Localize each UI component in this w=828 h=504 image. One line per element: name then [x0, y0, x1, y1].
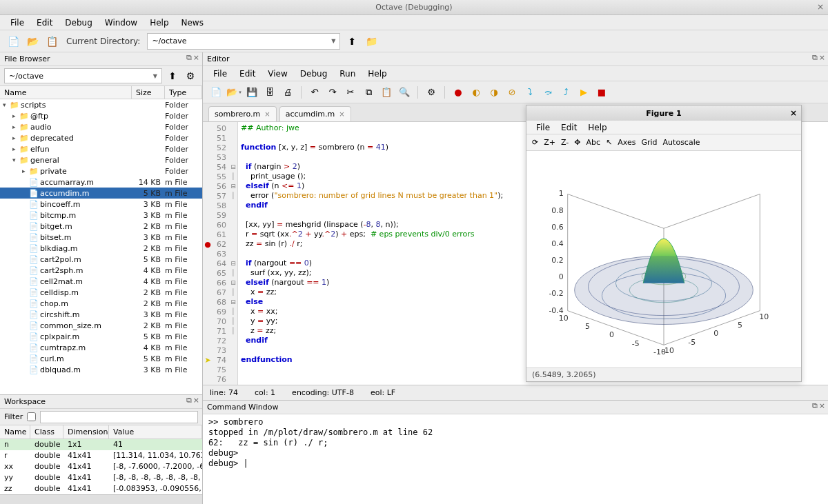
current-dir-field[interactable]: ~/octave ▼: [147, 33, 340, 50]
file-tree-row[interactable]: 📄blkdiag.m2 KBm File: [0, 243, 202, 254]
undock-icon[interactable]: ⧉: [186, 53, 192, 62]
workspace-row[interactable]: zzdouble41x41[-0.083953, -0.090556, -0: [0, 483, 202, 494]
file-tree-row[interactable]: 📄bincoeff.m3 KBm File: [0, 199, 202, 210]
command-window-body[interactable]: >> sombrero stopped in /m/plot/draw/somb…: [203, 414, 828, 504]
file-tree-row[interactable]: 📄common_size.m2 KBm File: [0, 320, 202, 331]
editor-menu-view[interactable]: View: [262, 67, 293, 81]
figure-tool-[interactable]: ↖: [606, 138, 612, 147]
figure-close-icon[interactable]: ×: [790, 108, 797, 118]
copy-icon[interactable]: ⧉: [361, 85, 376, 100]
file-tree-row[interactable]: 📄bitget.m2 KBm File: [0, 221, 202, 232]
find-icon[interactable]: 🔍: [397, 85, 412, 100]
menu-window[interactable]: Window: [99, 16, 144, 30]
tab-close-icon[interactable]: ×: [264, 110, 270, 118]
figure-tool-z[interactable]: Z-: [561, 138, 569, 147]
file-tree-row[interactable]: 📄cplxpair.m5 KBm File: [0, 331, 202, 342]
new-icon[interactable]: 📄: [208, 85, 224, 100]
file-tree-row[interactable]: 📄cart2pol.m5 KBm File: [0, 254, 202, 265]
gear-icon[interactable]: ⚙: [183, 68, 198, 83]
stop-icon[interactable]: ■: [594, 85, 609, 100]
figure-menu-edit[interactable]: Edit: [555, 121, 582, 134]
workspace-row[interactable]: xxdouble41x41[-8, -7.6000, -7.2000, -6.8: [0, 461, 202, 472]
editor-menu-debug[interactable]: Debug: [294, 67, 333, 81]
menu-edit[interactable]: Edit: [30, 16, 59, 30]
prev-bp-icon[interactable]: ◐: [469, 85, 484, 100]
menu-file[interactable]: File: [4, 16, 30, 30]
figure-tool-[interactable]: ⟳: [532, 138, 538, 147]
file-tree-row[interactable]: 📄dblquad.m3 KBm File: [0, 364, 202, 375]
editor-menu-help[interactable]: Help: [362, 67, 393, 81]
menu-help[interactable]: Help: [144, 16, 175, 30]
print-icon[interactable]: 🖨: [280, 85, 295, 100]
close-panel-icon[interactable]: ×: [193, 396, 199, 405]
file-tree[interactable]: ▾📁scriptsFolder▸📁@ftpFolder▸📁audioFolder…: [0, 99, 202, 394]
file-tree-row[interactable]: ▸📁deprecatedFolder: [0, 132, 202, 143]
figure-tool-autoscale[interactable]: Autoscale: [663, 138, 700, 147]
run-icon[interactable]: ⚙: [424, 85, 439, 100]
open-icon[interactable]: 📂: [226, 85, 241, 100]
workspace-row[interactable]: rdouble41x41[11.314, 11.034, 10.763,: [0, 450, 202, 461]
file-tree-row[interactable]: 📄bitcmp.m3 KBm File: [0, 210, 202, 221]
file-tree-row[interactable]: ▾📁scriptsFolder: [0, 99, 202, 110]
file-tree-row[interactable]: 📄cumtrapz.m4 KBm File: [0, 342, 202, 353]
horizontal-scrollbar[interactable]: [0, 494, 202, 504]
dropdown-icon[interactable]: ▼: [331, 38, 335, 44]
close-panel-icon[interactable]: ×: [193, 53, 199, 62]
step-over-icon[interactable]: ⤼: [540, 85, 555, 100]
next-bp-icon[interactable]: ◑: [486, 85, 502, 100]
workspace-row[interactable]: yydouble41x41[-8, -8, -8, -8, -8, -8, -8…: [0, 472, 202, 483]
window-close-icon[interactable]: ×: [817, 2, 824, 12]
file-tree-row[interactable]: 📄accumarray.m14 KBm File: [0, 177, 202, 188]
open-folder-icon[interactable]: 📂: [25, 34, 40, 49]
undock-icon[interactable]: ⧉: [812, 53, 818, 62]
figure-titlebar[interactable]: Figure 1 ×: [526, 105, 801, 121]
browse-dir-icon[interactable]: 📁: [364, 34, 379, 49]
close-panel-icon[interactable]: ×: [819, 53, 825, 62]
file-tree-row[interactable]: ▸📁privateFolder: [0, 165, 202, 177]
undo-icon[interactable]: ↶: [307, 85, 322, 100]
editor-tab[interactable]: sombrero.m×: [208, 106, 277, 121]
file-tree-row[interactable]: 📄circshift.m3 KBm File: [0, 309, 202, 320]
menu-news[interactable]: News: [175, 16, 210, 30]
editor-menu-file[interactable]: File: [207, 67, 233, 81]
workspace-row[interactable]: ndouble1x141: [0, 439, 202, 450]
filter-checkbox[interactable]: [27, 412, 36, 421]
clipboard-icon[interactable]: 📋: [44, 34, 59, 49]
figure-tool-abc[interactable]: Abc: [586, 138, 601, 147]
cut-icon[interactable]: ✂: [343, 85, 358, 100]
tab-close-icon[interactable]: ×: [339, 110, 344, 118]
figure-tool-z[interactable]: Z+: [544, 138, 555, 147]
chevron-down-icon[interactable]: ▼: [153, 73, 157, 79]
save-all-icon[interactable]: 🗄: [262, 85, 277, 100]
file-browser-path[interactable]: ~/octave ▼: [4, 68, 162, 83]
filter-input[interactable]: [40, 411, 198, 423]
editor-menu-edit[interactable]: Edit: [233, 67, 262, 81]
up-dir-icon[interactable]: ⬆: [344, 34, 359, 49]
save-icon[interactable]: 💾: [244, 85, 259, 100]
breakpoint-icon[interactable]: ●: [451, 85, 466, 100]
clear-bp-icon[interactable]: ⊘: [504, 85, 520, 100]
redo-icon[interactable]: ↷: [325, 85, 340, 100]
undock-icon[interactable]: ⧉: [812, 401, 818, 410]
editor-menu-run[interactable]: Run: [333, 67, 362, 81]
continue-icon[interactable]: ▶: [576, 85, 591, 100]
new-file-icon[interactable]: 📄: [6, 34, 21, 49]
file-tree-row[interactable]: 📄cart2sph.m4 KBm File: [0, 265, 202, 276]
figure-canvas[interactable]: -0.4-0.200.20.40.60.81 -10-50510 -10-505…: [526, 151, 801, 367]
file-tree-row[interactable]: ▾📁generalFolder: [0, 154, 202, 165]
step-out-icon[interactable]: ⤴: [558, 85, 573, 100]
figure-menu-file[interactable]: File: [531, 121, 555, 134]
file-tree-row[interactable]: 📄chop.m2 KBm File: [0, 298, 202, 309]
close-panel-icon[interactable]: ×: [819, 401, 825, 410]
file-tree-row[interactable]: ▸📁@ftpFolder: [0, 110, 202, 121]
file-tree-row[interactable]: 📄celldisp.m2 KBm File: [0, 287, 202, 298]
menu-debug[interactable]: Debug: [59, 16, 98, 30]
file-tree-row[interactable]: 📄bitset.m3 KBm File: [0, 232, 202, 243]
paste-icon[interactable]: 📋: [379, 85, 394, 100]
workspace-table[interactable]: ndouble1x141rdouble41x41[11.314, 11.034,…: [0, 439, 202, 494]
figure-tool-[interactable]: ✥: [574, 138, 580, 147]
figure-tool-axes[interactable]: Axes: [618, 138, 635, 147]
editor-tab[interactable]: accumdim.m×: [279, 106, 351, 121]
file-tree-row[interactable]: 📄curl.m5 KBm File: [0, 353, 202, 364]
file-tree-row[interactable]: 📄cell2mat.m4 KBm File: [0, 276, 202, 287]
